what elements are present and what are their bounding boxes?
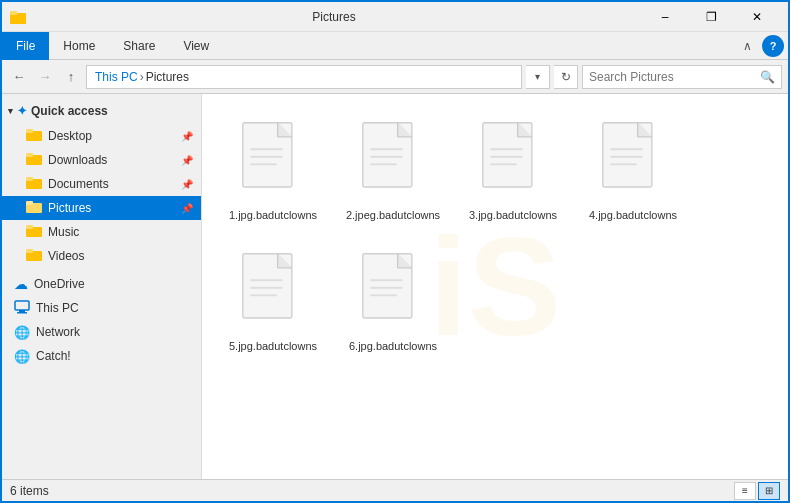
svg-rect-13: [26, 249, 33, 253]
sidebar-item-pictures[interactable]: Pictures 📌: [2, 196, 201, 220]
sidebar-videos-label: Videos: [48, 249, 84, 263]
title-bar: Pictures – ❐ ✕: [2, 2, 788, 32]
file-name: 3.jpg.badutclowns: [469, 208, 557, 222]
network-icon: 🌐: [14, 325, 30, 340]
quick-access-label: Quick access: [31, 104, 108, 118]
sidebar-network-label: Network: [36, 325, 80, 339]
folder-icon: [26, 200, 42, 217]
back-button[interactable]: ←: [8, 66, 30, 88]
ribbon-help[interactable]: ?: [762, 35, 784, 57]
sidebar-documents-label: Documents: [48, 177, 109, 191]
file-item[interactable]: 6.jpg.badutclowns: [338, 241, 448, 362]
refresh-button[interactable]: ↻: [554, 65, 578, 89]
svg-rect-3: [26, 129, 33, 133]
search-box[interactable]: 🔍: [582, 65, 782, 89]
file-icon: [593, 119, 673, 204]
pin-icon: 📌: [181, 131, 193, 142]
up-button[interactable]: ↑: [60, 66, 82, 88]
window-controls: – ❐ ✕: [642, 2, 780, 32]
window-title: Pictures: [26, 10, 642, 24]
path-thispc: This PC: [95, 70, 138, 84]
sidebar-item-documents[interactable]: Documents 📌: [2, 172, 201, 196]
sidebar-pictures-label: Pictures: [48, 201, 91, 215]
file-icon: [353, 119, 433, 204]
status-bar: 6 items ≡ ⊞: [2, 479, 788, 501]
pin-icon: 📌: [181, 179, 193, 190]
file-icon: [233, 119, 313, 204]
file-name: 1.jpg.badutclowns: [229, 208, 317, 222]
minimize-button[interactable]: –: [642, 2, 688, 32]
item-count: 6 items: [10, 484, 49, 498]
file-item[interactable]: 3.jpg.badutclowns: [458, 110, 568, 231]
file-name: 6.jpg.badutclowns: [349, 339, 437, 353]
svg-rect-5: [26, 153, 33, 157]
tab-view[interactable]: View: [169, 32, 223, 60]
file-item[interactable]: 2.jpeg.badutclowns: [338, 110, 448, 231]
star-icon: ✦: [17, 104, 27, 118]
ribbon: File Home Share View ∧ ?: [2, 32, 788, 60]
file-item[interactable]: 5.jpg.badutclowns: [218, 241, 328, 362]
close-button[interactable]: ✕: [734, 2, 780, 32]
file-icon: [353, 250, 433, 335]
title-bar-icons: [10, 9, 26, 25]
folder-icon: [26, 248, 42, 265]
sidebar-item-catch[interactable]: 🌐 Catch!: [2, 344, 201, 368]
folder-icon: [26, 176, 42, 193]
file-item[interactable]: 1.jpg.badutclowns: [218, 110, 328, 231]
pin-icon: 📌: [181, 155, 193, 166]
svg-rect-15: [19, 310, 25, 312]
sidebar-item-downloads[interactable]: Downloads 📌: [2, 148, 201, 172]
pin-icon: 📌: [181, 203, 193, 214]
sidebar-catch-label: Catch!: [36, 349, 71, 363]
maximize-button[interactable]: ❐: [688, 2, 734, 32]
catch-icon: 🌐: [14, 349, 30, 364]
sidebar-music-label: Music: [48, 225, 79, 239]
icon-view-button[interactable]: ⊞: [758, 482, 780, 500]
sidebar-item-thispc[interactable]: This PC: [2, 296, 201, 320]
file-icon: [473, 119, 553, 204]
search-input[interactable]: [589, 70, 756, 84]
tab-home[interactable]: Home: [49, 32, 109, 60]
file-name: 2.jpeg.badutclowns: [346, 208, 440, 222]
sidebar-downloads-label: Downloads: [48, 153, 107, 167]
svg-rect-14: [15, 301, 29, 310]
file-item[interactable]: 4.jpg.badutclowns: [578, 110, 688, 231]
svg-rect-16: [17, 312, 27, 314]
list-view-button[interactable]: ≡: [734, 482, 756, 500]
chevron-icon: ▾: [8, 106, 13, 116]
folder-icon: [26, 224, 42, 241]
svg-rect-1: [10, 11, 17, 15]
folder-icon: [26, 128, 42, 145]
sidebar-onedrive-label: OneDrive: [34, 277, 85, 291]
sidebar-thispc-label: This PC: [36, 301, 79, 315]
sidebar-desktop-label: Desktop: [48, 129, 92, 143]
sidebar-item-desktop[interactable]: Desktop 📌: [2, 124, 201, 148]
address-bar: ← → ↑ This PC › Pictures ▾ ↻ 🔍: [2, 60, 788, 94]
folder-icon: [26, 152, 42, 169]
file-name: 4.jpg.badutclowns: [589, 208, 677, 222]
sidebar-item-onedrive[interactable]: ☁ OneDrive: [2, 272, 201, 296]
address-dropdown[interactable]: ▾: [526, 65, 550, 89]
file-name: 5.jpg.badutclowns: [229, 339, 317, 353]
sidebar-item-videos[interactable]: Videos: [2, 244, 201, 268]
svg-rect-9: [26, 201, 33, 205]
address-path[interactable]: This PC › Pictures: [86, 65, 522, 89]
file-icon: [233, 250, 313, 335]
app-icon: [10, 9, 26, 25]
tab-file[interactable]: File: [2, 32, 49, 60]
ribbon-chevron[interactable]: ∧: [733, 32, 762, 60]
sidebar: ▾ ✦ Quick access Desktop 📌 Downloads 📌 D…: [2, 94, 202, 479]
path-pictures: Pictures: [146, 70, 189, 84]
svg-rect-7: [26, 177, 33, 181]
onedrive-icon: ☁: [14, 276, 28, 292]
tab-share[interactable]: Share: [109, 32, 169, 60]
main-area: ▾ ✦ Quick access Desktop 📌 Downloads 📌 D…: [2, 94, 788, 479]
sidebar-item-music[interactable]: Music: [2, 220, 201, 244]
content-area: iS 1.jpg.badutclowns: [202, 94, 788, 479]
sidebar-item-network[interactable]: 🌐 Network: [2, 320, 201, 344]
search-icon: 🔍: [760, 70, 775, 84]
quick-access-header[interactable]: ▾ ✦ Quick access: [2, 98, 201, 124]
forward-button[interactable]: →: [34, 66, 56, 88]
svg-rect-11: [26, 225, 33, 229]
view-toggle: ≡ ⊞: [734, 482, 780, 500]
